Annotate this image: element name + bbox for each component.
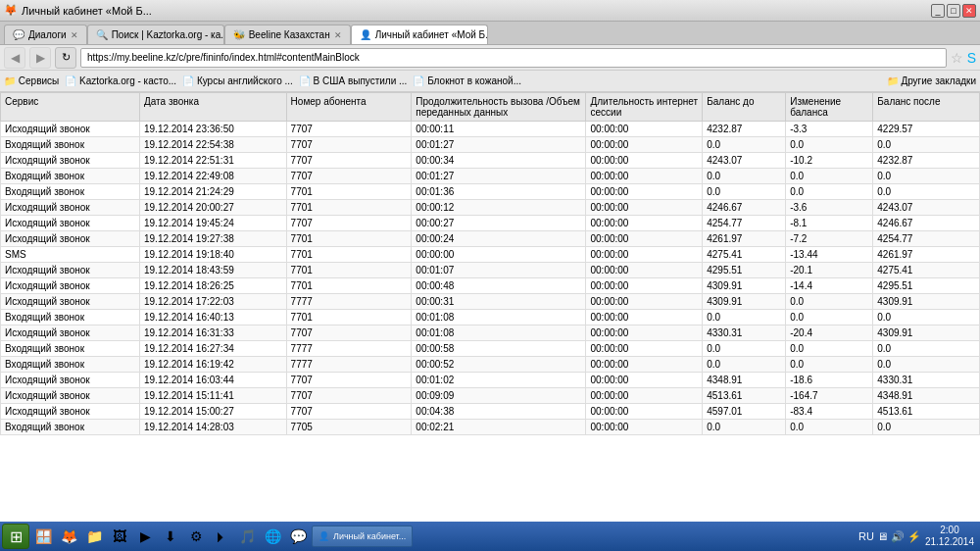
bookmark-other[interactable]: 📁 Другие закладки	[887, 75, 976, 86]
table-cell: Входящий звонок	[1, 169, 140, 184]
table-cell: 7707	[286, 326, 412, 341]
start-button[interactable]: ⊞	[2, 524, 29, 549]
maximize-button[interactable]: □	[947, 4, 960, 18]
table-cell: 00:00:00	[412, 247, 586, 263]
table-row: Входящий звонок19.12.2014 16:27:34777700…	[1, 341, 980, 357]
table-cell: 19.12.2014 17:22:03	[140, 294, 287, 310]
table-cell: 0.0	[786, 169, 873, 184]
table-cell: -7.2	[786, 231, 873, 247]
table-cell: 7707	[286, 169, 412, 184]
bookmark-star-icon[interactable]: ☆	[951, 50, 963, 66]
table-cell: 4309.91	[873, 294, 980, 310]
table-cell: 7707	[286, 373, 412, 388]
table-cell: Исходящий звонок	[1, 294, 140, 310]
table-cell: 0.0	[786, 310, 873, 326]
address-bar[interactable]	[80, 48, 947, 68]
close-button[interactable]: ✕	[962, 4, 976, 18]
table-row: Исходящий звонок19.12.2014 15:00:2777070…	[1, 404, 980, 420]
table-cell: 0.0	[786, 357, 873, 373]
tab-dialogs[interactable]: 💬 Диалоги ✕	[4, 25, 87, 44]
bookmark-english[interactable]: 📄 Курсы английского ...	[182, 75, 293, 86]
tab-beeline-close[interactable]: ✕	[334, 30, 342, 40]
taskbar-icon-7[interactable]: ⏵	[210, 525, 233, 548]
back-button[interactable]: ◀	[4, 47, 25, 69]
table-cell: 0.0	[703, 169, 786, 184]
table-cell: 00:00:00	[586, 404, 703, 420]
taskbar-icon-4[interactable]: ▶	[133, 525, 157, 548]
table-cell: 19.12.2014 19:27:38	[140, 231, 287, 247]
clock[interactable]: 2:00 21.12.2014	[925, 525, 974, 548]
table-row: Исходящий звонок19.12.2014 15:11:4177070…	[1, 388, 980, 404]
taskbar-icon-5[interactable]: ⬇	[159, 525, 182, 548]
taskbar-icon-3[interactable]: 🖼	[108, 525, 131, 548]
table-cell: 4348.91	[703, 373, 786, 388]
table-cell: 7707	[286, 388, 412, 404]
table-cell: 19.12.2014 14:28:03	[140, 420, 287, 435]
table-cell: 00:00:52	[412, 357, 586, 373]
network-icon: 🖥	[877, 530, 888, 542]
table-cell: Исходящий звонок	[1, 231, 140, 247]
taskbar-icon-6[interactable]: ⚙	[184, 525, 208, 548]
table-cell: Исходящий звонок	[1, 200, 140, 216]
table-cell: 4232.87	[703, 122, 786, 137]
table-cell: 7701	[286, 263, 412, 278]
table-cell: Входящий звонок	[1, 357, 140, 373]
table-cell: 7707	[286, 122, 412, 137]
table-cell: 4597.01	[703, 404, 786, 420]
volume-icon[interactable]: 🔊	[891, 530, 905, 543]
skype-nav-icon: S	[967, 50, 976, 66]
tab-beeline[interactable]: 🐝 Beeline Казахстан ✕	[224, 25, 351, 44]
window-btn-label: Личный кабинет...	[333, 531, 406, 541]
bookmark-notepad[interactable]: 📄 Блокнот в кожаной...	[413, 75, 521, 86]
taskbar-icon-1[interactable]: 🦊	[57, 525, 80, 548]
calls-table: Сервис Дата звонка Номер абонента Продол…	[0, 92, 980, 435]
table-cell: 7707	[286, 216, 412, 231]
table-cell: 7701	[286, 231, 412, 247]
table-cell: Исходящий звонок	[1, 278, 140, 294]
bookmark-usa[interactable]: 📄 В США выпустили ...	[299, 75, 408, 86]
tab-cabinet[interactable]: 👤 Личный кабинет «Мой Б... ✕	[351, 25, 488, 44]
lang-indicator[interactable]: RU	[858, 530, 874, 542]
taskbar-icon-skype[interactable]: 💬	[286, 525, 310, 548]
minimize-button[interactable]: _	[931, 4, 945, 18]
taskbar-icon-2[interactable]: 📁	[82, 525, 106, 548]
tab-cabinet-icon: 👤	[360, 29, 371, 40]
table-cell: 0.0	[703, 137, 786, 153]
table-cell: 0.0	[873, 420, 980, 435]
refresh-button[interactable]: ↻	[55, 47, 76, 69]
table-row: Исходящий звонок19.12.2014 23:36:5077070…	[1, 122, 980, 137]
taskbar-icon-9[interactable]: 🌐	[261, 525, 284, 548]
table-cell: 00:00:00	[586, 247, 703, 263]
table-cell: 0.0	[786, 184, 873, 200]
table-cell: 0.0	[703, 341, 786, 357]
taskbar-window-button[interactable]: 👤 Личный кабинет...	[312, 526, 413, 547]
table-cell: 4261.97	[873, 247, 980, 263]
forward-button[interactable]: ▶	[29, 47, 51, 69]
taskbar-icon-0[interactable]: 🪟	[31, 525, 55, 548]
table-row: Исходящий звонок19.12.2014 16:31:3377070…	[1, 326, 980, 341]
table-cell: 00:01:27	[412, 137, 586, 153]
tab-dialogs-close[interactable]: ✕	[71, 30, 78, 40]
table-row: Исходящий звонок19.12.2014 19:27:3877010…	[1, 231, 980, 247]
tab-search-kaztorka[interactable]: 🔍 Поиск | Kaztorka.org - ка... ✕	[87, 25, 224, 44]
bookmark-kaztorka[interactable]: 📄 Kaztorka.org - касто...	[65, 75, 176, 86]
table-row: Исходящий звонок19.12.2014 16:03:4477070…	[1, 373, 980, 388]
table-cell: 7707	[286, 404, 412, 420]
table-cell: 19.12.2014 16:19:42	[140, 357, 287, 373]
table-cell: 7777	[286, 357, 412, 373]
table-row: SMS19.12.2014 19:18:40770100:00:0000:00:…	[1, 247, 980, 263]
bookmark-services[interactable]: 📁 Сервисы	[4, 75, 59, 86]
table-cell: -20.4	[786, 326, 873, 341]
taskbar-icon-8[interactable]: 🎵	[235, 525, 259, 548]
table-cell: Исходящий звонок	[1, 404, 140, 420]
table-cell: 4246.67	[703, 200, 786, 216]
tab-bar: 💬 Диалоги ✕ 🔍 Поиск | Kaztorka.org - ка.…	[0, 22, 980, 45]
table-cell: 7707	[286, 153, 412, 169]
title-bar-left: 🦊 Личный кабинет «Мой Б...	[4, 4, 152, 17]
table-cell: 19.12.2014 16:40:13	[140, 310, 287, 326]
table-cell: 0.0	[873, 310, 980, 326]
table-cell: 00:00:00	[586, 122, 703, 137]
table-cell: 0.0	[873, 169, 980, 184]
table-cell: 7705	[286, 420, 412, 435]
table-row: Исходящий звонок19.12.2014 18:26:2577010…	[1, 278, 980, 294]
